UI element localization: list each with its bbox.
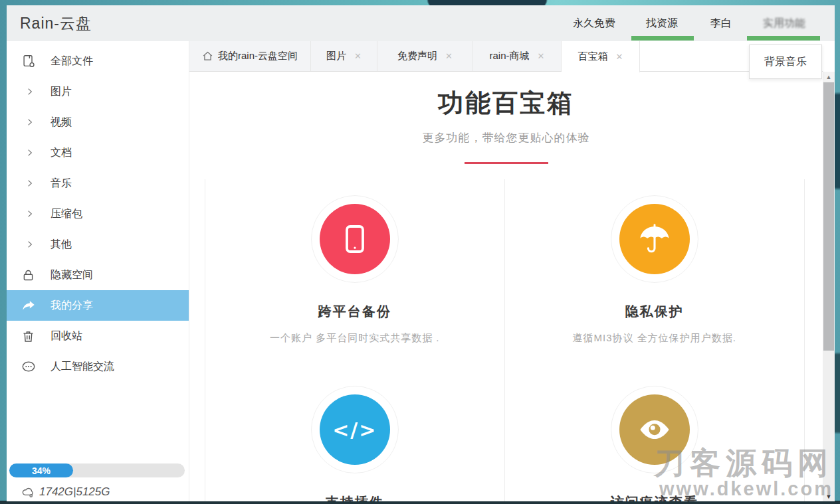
sidebar-item-label: 人工智能交流 [51,360,114,374]
tab-rain-mall[interactable]: rain-商城 ✕ [473,41,562,71]
icon-ring: </> [311,386,399,473]
sidebar-item-hidden-space[interactable]: 隐藏空间 [7,260,189,290]
icon-ring [611,386,698,473]
feature-card-access-trace: 访问痕迹查看 [505,370,805,501]
close-icon[interactable]: ✕ [616,52,623,62]
feature-card-plugin-support: </> 支持插件 [205,370,505,501]
nav-item-free-forever[interactable]: 永久免费 [573,5,615,41]
tab-treasure-box-active[interactable]: 百宝箱 ✕ [562,41,640,72]
sidebar-item-recycle-bin[interactable]: 回收站 [7,321,189,351]
feature-card-privacy-protection: 隐私保护 遵循MI3协议 全方位保护用户数据. [505,179,805,370]
home-icon [202,50,213,62]
feature-desc: 遵循MI3协议 全方位保护用户数据. [573,332,736,345]
close-icon[interactable]: ✕ [354,51,362,61]
app-window: Rain-云盘 永久免费 找资源 李白 实用功能 我的rain-云盘空间 图片 … [7,5,835,501]
scroll-down-arrow-icon[interactable]: ▼ [823,491,835,501]
chevron-right-icon [21,209,41,218]
sidebar-item-all-files[interactable]: 全部文件 [7,46,189,76]
tab-label: 百宝箱 [578,50,608,63]
sidebar-item-others[interactable]: 其他 [7,229,189,260]
sidebar-item-my-shares[interactable]: 我的分享 [7,290,189,321]
chevron-right-icon [21,179,41,188]
sidebar-item-videos[interactable]: 视频 [7,107,189,137]
sidebar-item-archives[interactable]: 压缩包 [7,199,189,229]
sidebar-item-label: 全部文件 [51,54,93,68]
chevron-right-icon [21,240,41,249]
storage-progress-bar: 34% [9,463,185,477]
sidebar-item-documents[interactable]: 文档 [7,137,189,168]
storage-usage-text: 1742G|5125G [39,485,110,499]
page-title: 功能百宝箱 [189,86,823,120]
sidebar-item-label: 回收站 [51,329,82,343]
sidebar-item-label: 音乐 [51,177,72,191]
feature-grid: 跨平台备份 一个账户 多平台同时实式共享数据 . 隐私保护 遵循MI3协议 全方… [205,179,805,501]
umbrella-icon [619,204,690,274]
hero: 功能百宝箱 更多功能，带给您更贴心的体验 [189,86,823,164]
files-icon [21,54,41,68]
dropdown-item-background-music[interactable]: 背景音乐 [764,55,807,69]
sidebar-item-label: 文档 [51,146,72,160]
tab-label: 免费声明 [397,50,437,62]
nav-active-underline [631,36,694,41]
sidebar-item-label: 其他 [51,238,72,252]
tab-free-statement[interactable]: 免费声明 ✕ [377,41,473,71]
icon-ring [311,195,399,283]
sidebar-item-label: 压缩包 [51,207,82,221]
nav-item-username[interactable]: 李白 [710,5,732,41]
feature-title: 隐私保护 [625,303,684,321]
sidebar-item-label: 图片 [51,85,72,99]
sidebar-item-label: 我的分享 [51,299,93,313]
sidebar: 全部文件 图片 视频 文档 音乐 [7,41,189,501]
tab-strip: 我的rain-云盘空间 图片 ✕ 免费声明 ✕ rain-商城 ✕ 百宝箱 ✕ [189,41,823,72]
storage-progress-fill: 34% [9,463,73,477]
storage-percent: 34% [32,465,51,476]
chevron-right-icon [21,148,41,157]
vertical-scrollbar[interactable]: ▲ ▼ [823,72,835,501]
tab-home-space[interactable]: 我的rain-云盘空间 [189,41,311,71]
nav-active-underline [747,36,820,41]
title-accent-line [465,162,548,164]
chevron-right-icon [21,87,41,96]
sidebar-item-ai-chat[interactable]: 人工智能交流 [7,351,189,382]
cloud-icon [21,485,35,499]
close-icon[interactable]: ✕ [538,51,545,61]
code-glyph: </> [332,418,377,442]
storage-usage: 1742G|5125G [21,485,110,499]
header: Rain-云盘 永久免费 找资源 李白 实用功能 [7,5,835,41]
code-icon: </> [320,394,390,465]
trash-icon [21,329,41,343]
lock-icon [21,268,41,282]
tab-label: rain-商城 [490,50,530,62]
feature-desc: 一个账户 多平台同时实式共享数据 . [270,332,440,345]
tab-pictures[interactable]: 图片 ✕ [311,41,377,71]
sidebar-item-music[interactable]: 音乐 [7,168,189,199]
feature-title: 跨平台备份 [318,303,391,321]
feature-card-cross-platform-backup: 跨平台备份 一个账户 多平台同时实式共享数据 . [205,179,505,370]
dropdown-menu: 背景音乐 [749,44,822,79]
feature-title: 支持插件 [326,493,384,501]
tab-label: 我的rain-云盘空间 [218,50,298,62]
feature-title: 访问痕迹查看 [611,493,698,501]
scrollbar-thumb[interactable] [823,82,834,351]
page-subtitle: 更多功能，带给您更贴心的体验 [189,130,823,145]
sidebar-item-label: 隐藏空间 [51,268,93,282]
icon-ring [611,195,698,283]
close-icon[interactable]: ✕ [445,51,453,61]
sidebar-item-pictures[interactable]: 图片 [7,76,189,107]
chat-icon [21,359,41,374]
chevron-right-icon [21,118,41,127]
app-title: Rain-云盘 [20,5,92,41]
tablet-icon [320,204,390,274]
share-icon [21,298,41,313]
main-content: 功能百宝箱 更多功能，带给您更贴心的体验 跨平台备份 一个账户 多平台同时实式共… [189,72,823,501]
tab-label: 图片 [326,50,346,62]
sidebar-item-label: 视频 [51,116,72,129]
eye-icon [619,394,690,465]
scroll-up-arrow-icon[interactable]: ▲ [823,72,835,82]
